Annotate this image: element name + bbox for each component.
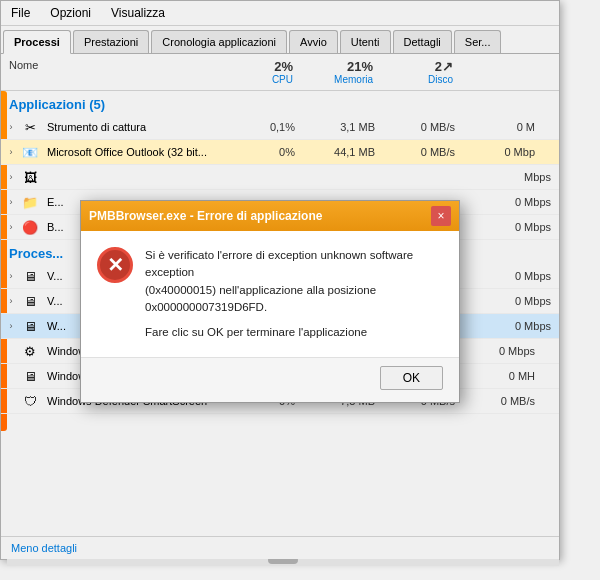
dialog-footer: OK [81,357,459,402]
error-dialog: PMBBrowser.exe - Errore di applicazione … [80,200,460,403]
dialog-titlebar: PMBBrowser.exe - Errore di applicazione … [81,201,459,231]
ok-button[interactable]: OK [380,366,443,390]
dialog-overlay: PMBBrowser.exe - Errore di applicazione … [0,0,600,580]
error-icon: ✕ [97,247,133,283]
dialog-body: ✕ Si è verificato l'errore di exception … [81,231,459,357]
dialog-close-button[interactable]: × [431,206,451,226]
dialog-title: PMBBrowser.exe - Errore di applicazione [89,209,322,223]
dialog-message: Si è verificato l'errore di exception un… [145,247,443,349]
